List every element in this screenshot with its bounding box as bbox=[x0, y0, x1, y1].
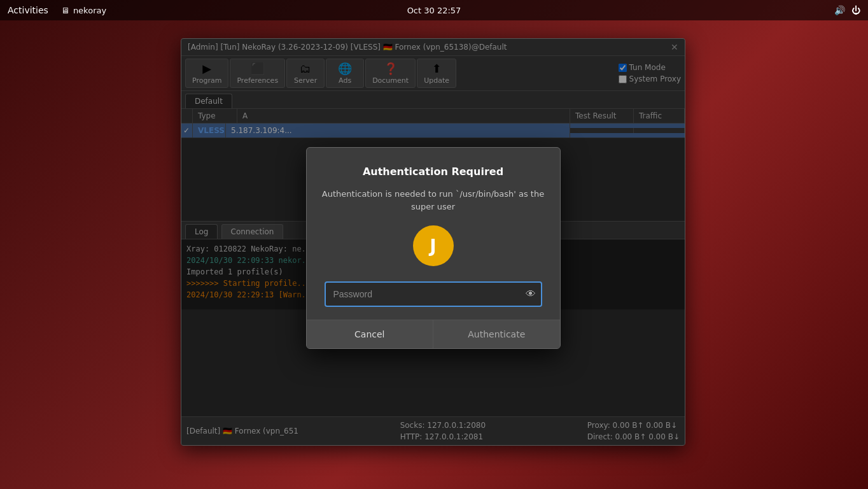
app-icon: 🖥 bbox=[61, 6, 69, 15]
dialog-title: Authentication Required bbox=[322, 166, 545, 178]
activities-button[interactable]: Activities bbox=[8, 5, 48, 15]
password-input[interactable] bbox=[325, 281, 542, 307]
dialog-message: Authentication is needed to run `/usr/bi… bbox=[322, 188, 545, 213]
app-indicator: 🖥 nekoray bbox=[61, 6, 106, 15]
auth-dialog: Authentication Required Authentication i… bbox=[306, 147, 561, 349]
topbar-right: 🔊 ⏻ bbox=[834, 5, 860, 15]
cancel-button[interactable]: Cancel bbox=[307, 320, 434, 348]
toggle-password-button[interactable]: 👁 bbox=[526, 288, 536, 300]
authenticate-button[interactable]: Authenticate bbox=[433, 320, 560, 348]
power-icon[interactable]: ⏻ bbox=[851, 5, 860, 15]
app-name: nekoray bbox=[73, 6, 106, 15]
dialog-buttons: Cancel Authenticate bbox=[307, 320, 560, 348]
password-field-wrapper: 👁 bbox=[325, 281, 542, 307]
topbar-datetime: Oct 30 22:57 bbox=[407, 6, 461, 15]
user-avatar: J bbox=[413, 225, 454, 266]
dialog-body: Authentication Required Authentication i… bbox=[307, 148, 560, 307]
topbar-left: Activities 🖥 nekoray bbox=[8, 5, 106, 15]
main-window: [Admin] [Tun] NekoRay (3.26-2023-12-09) … bbox=[181, 38, 685, 446]
topbar: Activities 🖥 nekoray Oct 30 22:57 🔊 ⏻ bbox=[0, 0, 868, 20]
volume-icon[interactable]: 🔊 bbox=[834, 5, 845, 15]
